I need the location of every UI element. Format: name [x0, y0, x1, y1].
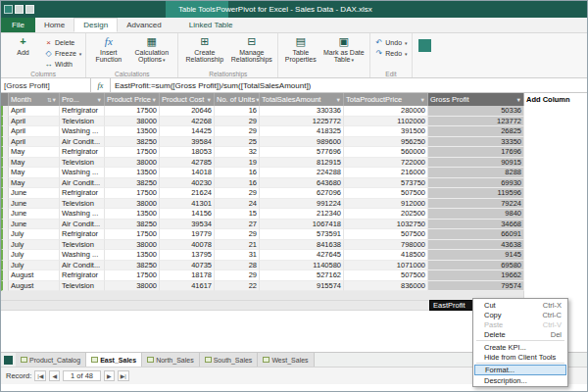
filter-icon[interactable]: ▼ — [420, 97, 425, 103]
table-row[interactable]: AugustRefrigirator1750018178295271625075… — [1, 270, 587, 281]
cell-product[interactable]: Television — [60, 117, 105, 127]
filter-icon[interactable]: ▼ — [97, 97, 102, 103]
cell-totalsalesamount[interactable]: 577696 — [260, 147, 344, 158]
row-gutter[interactable] — [1, 188, 9, 199]
cell-totalproductprice[interactable]: 280000 — [344, 106, 428, 117]
column-header-totalsalesamount[interactable]: TotalSalesAmount▼ — [260, 93, 344, 106]
sheet-tab-product_catalog[interactable]: Product_Catalog — [16, 353, 86, 367]
table-row[interactable]: AprilWashing ...135001442529418325391500… — [1, 126, 587, 137]
record-next-button[interactable]: ▶ — [104, 370, 115, 381]
filter-icon[interactable]: ▼ — [207, 97, 212, 103]
cell-gross-profit[interactable]: 123772 — [428, 117, 524, 127]
filter-icon[interactable]: ▼ — [152, 97, 157, 103]
name-box[interactable]: [Gross Profit] — [1, 78, 91, 92]
table-row[interactable]: JuneWashing ...1350014156152123402025009… — [1, 209, 587, 220]
cell-add-column[interactable] — [524, 158, 587, 169]
formula-input[interactable]: EastProfit:=sum([Gross Profit])/sum([Tot… — [111, 81, 315, 90]
cell-product-price[interactable]: 38250 — [105, 261, 160, 271]
menu-item-createkpi[interactable]: Create KPI... — [474, 342, 566, 352]
cell-totalsalesamount[interactable]: 418325 — [260, 126, 344, 137]
cell-add-column[interactable] — [524, 281, 587, 292]
cell-totalsalesamount[interactable]: 643680 — [260, 178, 344, 189]
table-row[interactable]: AprilTelevision3800042268291225772110200… — [1, 117, 587, 127]
cell-month[interactable]: August — [9, 281, 60, 292]
cell-totalproductprice[interactable]: 1032750 — [344, 220, 428, 230]
cell-add-column[interactable] — [524, 270, 587, 281]
cell-totalsalesamount[interactable]: 1140580 — [260, 261, 344, 271]
cell-gross-profit[interactable]: 69930 — [428, 178, 524, 189]
cell-units[interactable]: 29 — [215, 229, 260, 240]
cell-product-price[interactable]: 38000 — [105, 240, 160, 251]
cell-gross-profit[interactable]: 9145 — [428, 250, 524, 261]
column-header-add-column[interactable]: Add Column — [524, 93, 587, 106]
cell-product-price[interactable]: 17500 — [105, 229, 160, 240]
cell-product-price[interactable]: 38250 — [105, 220, 160, 230]
cell-month[interactable]: July — [9, 261, 60, 271]
menu-item-copy[interactable]: CopyCtrl-C — [474, 310, 566, 319]
cell-add-column[interactable] — [524, 188, 587, 199]
cell-totalsalesamount[interactable]: 841638 — [260, 240, 344, 251]
cell-product[interactable]: Television — [60, 199, 105, 210]
cell-product[interactable]: Air Condit... — [60, 261, 105, 271]
cell-units[interactable]: 29 — [215, 126, 260, 137]
cell-gross-profit[interactable]: 90915 — [428, 158, 524, 169]
cell-gross-profit[interactable]: 119596 — [428, 188, 524, 199]
cell-add-column[interactable] — [524, 137, 587, 148]
cell-units[interactable]: 32 — [215, 147, 260, 158]
cell-gross-profit[interactable]: 34668 — [428, 220, 524, 230]
table-row[interactable]: JulyAir Condit...38250407352811405801071… — [1, 261, 587, 271]
cell-product[interactable]: Air Condit... — [60, 220, 105, 230]
cell-product-cost[interactable]: 18053 — [160, 147, 215, 158]
create-relationship-button[interactable]: ⊞ Create Relationship — [182, 35, 226, 69]
row-gutter[interactable] — [1, 229, 9, 240]
cell-gross-profit[interactable]: 33350 — [428, 137, 524, 148]
cell-add-column[interactable] — [524, 168, 587, 178]
cell-totalsalesamount[interactable]: 212340 — [260, 209, 344, 220]
column-header-month[interactable]: Month⇅▼ — [9, 93, 60, 106]
cell-product-price[interactable]: 13500 — [105, 168, 160, 178]
cell-month[interactable]: June — [9, 220, 60, 230]
row-gutter[interactable] — [1, 199, 9, 210]
cell-product-cost[interactable]: 41301 — [160, 199, 215, 210]
filter-icon[interactable]: ▼ — [516, 97, 521, 103]
cell-totalproductprice[interactable]: 418500 — [344, 250, 428, 261]
cell-product-price[interactable]: 38000 — [105, 158, 160, 169]
cell-product-cost[interactable]: 21624 — [160, 188, 215, 199]
cell-product[interactable]: Refrigirator — [60, 188, 105, 199]
cell-product-cost[interactable]: 42785 — [160, 158, 215, 169]
table-row[interactable]: JuneTelevision38000413012499122491200079… — [1, 199, 587, 210]
cell-product-cost[interactable]: 14018 — [160, 168, 215, 178]
cell-units[interactable]: 28 — [215, 261, 260, 271]
cell-product-price[interactable]: 13500 — [105, 209, 160, 220]
record-prev-button[interactable]: ◀ — [49, 370, 60, 381]
filter-icon[interactable]: ▼ — [52, 97, 57, 103]
sheet-tab-south_sales[interactable]: South_Sales — [200, 353, 259, 367]
cell-product-price[interactable]: 17500 — [105, 188, 160, 199]
cell-gross-profit[interactable]: 66091 — [428, 229, 524, 240]
table-row[interactable]: MayRefrigirator1750018053325776965600001… — [1, 147, 587, 158]
row-gutter[interactable] — [1, 209, 9, 220]
cell-units[interactable]: 29 — [215, 117, 260, 127]
cell-gross-profit[interactable]: 17696 — [428, 147, 524, 158]
cell-month[interactable]: April — [9, 117, 60, 127]
cell-month[interactable]: July — [9, 250, 60, 261]
insert-function-button[interactable]: fx Insert Function — [90, 35, 126, 69]
cell-totalproductprice[interactable]: 912000 — [344, 199, 428, 210]
column-header-product-cost[interactable]: Product Cost▼ — [160, 93, 215, 106]
cell-add-column[interactable] — [524, 261, 587, 271]
tab-linked-table[interactable]: Linked Table — [180, 18, 242, 32]
cell-product-cost[interactable]: 19779 — [160, 229, 215, 240]
cell-product-cost[interactable]: 40735 — [160, 261, 215, 271]
cell-product[interactable]: Refrigirator — [60, 270, 105, 281]
cell-product-price[interactable]: 38250 — [105, 178, 160, 189]
cell-units[interactable]: 29 — [215, 188, 260, 199]
menu-item-cut[interactable]: CutCtrl-X — [474, 300, 566, 310]
cell-add-column[interactable] — [524, 199, 587, 210]
cell-product[interactable]: Refrigirator — [60, 229, 105, 240]
cell-totalproductprice[interactable]: 507500 — [344, 229, 428, 240]
cell-totalsalesamount[interactable]: 330336 — [260, 106, 344, 117]
cell-product-price[interactable]: 38000 — [105, 281, 160, 292]
column-header-gross-profit[interactable]: Gross Profit▼ — [428, 93, 524, 106]
cell-totalproductprice[interactable]: 507500 — [344, 270, 428, 281]
cell-gross-profit[interactable]: 50336 — [428, 106, 524, 117]
